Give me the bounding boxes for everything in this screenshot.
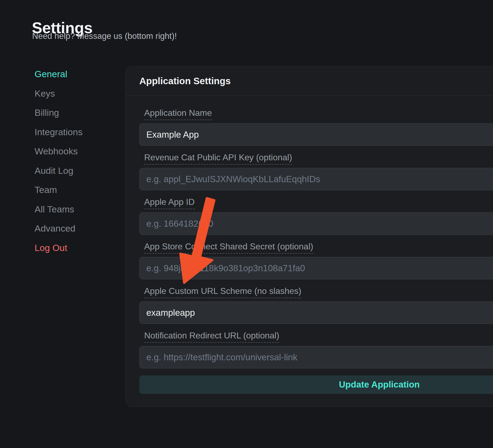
shared-secret-label: App Store Connect Shared Secret (optiona… bbox=[144, 242, 313, 254]
page-subtitle: Need help? Message us (bottom right)! bbox=[32, 31, 177, 41]
panel-title: Application Settings bbox=[126, 67, 493, 96]
field-revenuecat-api-key: Revenue Cat Public API Key (optional) bbox=[139, 152, 493, 190]
settings-sidebar: General Keys Billing Integrations Webhoo… bbox=[35, 65, 83, 257]
custom-url-scheme-input[interactable] bbox=[139, 301, 493, 324]
apple-app-id-label: Apple App ID bbox=[144, 197, 195, 209]
application-name-input[interactable] bbox=[139, 123, 493, 146]
application-name-label: Application Name bbox=[144, 108, 212, 120]
sidebar-item-integrations[interactable]: Integrations bbox=[35, 123, 83, 142]
application-settings-panel: Application Settings Application Name Re… bbox=[126, 66, 493, 407]
sidebar-item-advanced[interactable]: Advanced bbox=[35, 219, 83, 238]
sidebar-item-billing[interactable]: Billing bbox=[35, 103, 83, 123]
sidebar-item-all-teams[interactable]: All Teams bbox=[35, 200, 83, 219]
notification-redirect-url-label: Notification Redirect URL (optional) bbox=[144, 331, 279, 343]
revenuecat-api-key-label: Revenue Cat Public API Key (optional) bbox=[144, 152, 292, 165]
sidebar-item-keys[interactable]: Keys bbox=[35, 84, 83, 103]
field-application-name: Application Name bbox=[139, 108, 493, 146]
application-settings-form: Application Name Revenue Cat Public API … bbox=[126, 96, 493, 394]
field-notification-redirect-url: Notification Redirect URL (optional) bbox=[139, 331, 493, 368]
field-shared-secret: App Store Connect Shared Secret (optiona… bbox=[139, 242, 493, 279]
revenuecat-api-key-input[interactable] bbox=[139, 168, 493, 190]
custom-url-scheme-label: Apple Custom URL Scheme (no slashes) bbox=[144, 286, 301, 298]
update-application-button[interactable]: Update Application bbox=[139, 375, 493, 394]
field-custom-url-scheme: Apple Custom URL Scheme (no slashes) bbox=[139, 286, 493, 324]
sidebar-item-audit-log[interactable]: Audit Log bbox=[35, 161, 83, 181]
sidebar-item-log-out[interactable]: Log Out bbox=[35, 238, 83, 258]
apple-app-id-input[interactable] bbox=[139, 212, 493, 235]
sidebar-item-general[interactable]: General bbox=[35, 65, 83, 84]
notification-redirect-url-input[interactable] bbox=[139, 346, 493, 368]
sidebar-item-webhooks[interactable]: Webhooks bbox=[35, 142, 83, 161]
shared-secret-input[interactable] bbox=[139, 257, 493, 279]
field-apple-app-id: Apple App ID bbox=[139, 197, 493, 235]
sidebar-item-team[interactable]: Team bbox=[35, 180, 83, 200]
